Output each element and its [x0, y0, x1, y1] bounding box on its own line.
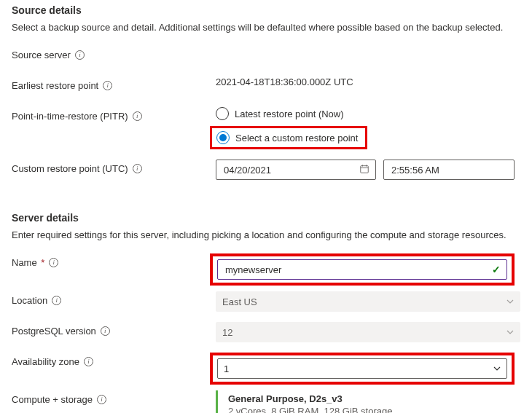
compute-storage-label: Compute + storage	[12, 394, 93, 405]
custom-restore-label: Custom restore point (UTC)	[12, 163, 128, 174]
name-input-value[interactable]	[224, 264, 486, 276]
availability-zone-label: Availability zone	[12, 356, 79, 367]
earliest-restore-value: 2021-04-18T18:36:00.000Z UTC	[216, 76, 353, 87]
info-icon[interactable]: i	[133, 111, 142, 121]
name-label: Name	[12, 257, 37, 268]
source-details-description: Select a backup source and detail. Addit…	[12, 22, 520, 33]
info-icon[interactable]: i	[49, 258, 58, 267]
source-server-label: Source server	[12, 50, 71, 60]
pitr-radio-custom-label: Select a custom restore point	[235, 133, 358, 143]
location-value: East US	[222, 296, 257, 307]
radio-icon	[216, 131, 230, 144]
compute-storage-subtitle: 2 vCores, 8 GiB RAM, 128 GiB storage	[228, 406, 392, 413]
name-input[interactable]: ✓	[217, 259, 507, 280]
postgresql-version-label: PostgreSQL version	[12, 326, 96, 337]
source-details-heading: Source details	[12, 4, 520, 16]
chevron-down-icon	[493, 365, 501, 372]
info-icon[interactable]: i	[84, 357, 93, 366]
location-label: Location	[12, 295, 47, 306]
check-icon: ✓	[492, 264, 501, 275]
location-select: East US	[216, 291, 520, 312]
radio-icon	[216, 107, 229, 120]
info-icon[interactable]: i	[103, 81, 112, 90]
postgresql-version-value: 12	[222, 327, 232, 338]
info-icon[interactable]: i	[75, 50, 85, 60]
pitr-radio-custom[interactable]: Select a custom restore point	[216, 131, 358, 144]
earliest-restore-label: Earliest restore point	[12, 80, 98, 91]
custom-restore-date-input[interactable]	[216, 160, 376, 180]
custom-restore-time-value[interactable]	[390, 164, 508, 176]
calendar-icon[interactable]	[359, 164, 369, 176]
info-icon[interactable]: i	[52, 296, 61, 305]
chevron-down-icon	[506, 298, 514, 305]
compute-storage-summary: General Purpose, D2s_v3 2 vCores, 8 GiB …	[216, 390, 392, 413]
compute-storage-title: General Purpose, D2s_v3	[228, 393, 392, 404]
pitr-radio-latest[interactable]: Latest restore point (Now)	[216, 107, 367, 120]
availability-zone-select[interactable]: 1	[217, 358, 507, 379]
pitr-label: Point-in-time-restore (PITR)	[12, 111, 128, 122]
info-icon[interactable]: i	[133, 164, 142, 173]
required-indicator: *	[41, 257, 44, 268]
info-icon[interactable]: i	[101, 326, 110, 336]
postgresql-version-select: 12	[216, 322, 520, 342]
info-icon[interactable]: i	[97, 395, 106, 404]
availability-zone-value: 1	[224, 363, 229, 374]
svg-rect-0	[361, 165, 369, 173]
custom-restore-date-value[interactable]	[222, 164, 353, 176]
pitr-radio-latest-label: Latest restore point (Now)	[235, 109, 344, 119]
custom-restore-time-input[interactable]	[383, 160, 515, 180]
server-details-description: Enter required settings for this server,…	[12, 229, 520, 240]
chevron-down-icon	[506, 329, 514, 336]
server-details-heading: Server details	[12, 212, 520, 224]
